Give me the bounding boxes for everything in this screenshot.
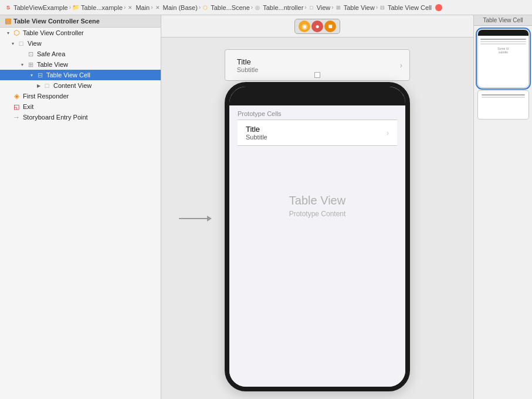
minimap-cell-preview[interactable]	[477, 90, 529, 120]
breadcrumb-label-2: Table...xample	[81, 4, 123, 11]
close-button[interactable]	[435, 4, 442, 11]
sidebar-item-view[interactable]: ▾ □ View	[0, 38, 161, 49]
view-gray-icon: □	[16, 39, 26, 47]
sidebar-label-content-view: Content View	[53, 82, 161, 89]
exit-icon: ◱	[12, 103, 21, 111]
minimap-topbar	[478, 30, 528, 36]
table-view-placeholder: Table View Prototype Content	[229, 147, 405, 218]
breadcrumb-sep: ›	[69, 4, 71, 11]
tableview-gray-icon: ⊞	[26, 60, 35, 69]
sidebar-label-storyboard-entry: Storyboard Entry Point	[23, 114, 161, 121]
sidebar-item-table-view-controller[interactable]: ▾ ⬡ Table View Controller	[0, 28, 161, 38]
cell-gray-icon: ⊟	[35, 71, 45, 79]
cell-preview-inner: Title Subtitle	[235, 57, 401, 73]
tableview-icon-bc: ⊞	[335, 4, 342, 11]
phone-notch	[282, 89, 353, 105]
breadcrumb-label-5: Table...Scene	[211, 4, 250, 11]
sidebar-item-content-view[interactable]: ▶ □ Content View	[0, 80, 161, 91]
breadcrumb-sep-6: ›	[304, 4, 306, 11]
xmark-icon-1: ✕	[127, 4, 134, 11]
disclosure-icon: ▾	[19, 62, 26, 67]
sidebar-label-view: View	[28, 40, 161, 47]
sidebar-item-table-view[interactable]: ▾ ⊞ Table View	[0, 59, 161, 70]
table-view-label: Table View	[229, 194, 405, 207]
minimap-cell-line-2	[482, 97, 525, 98]
canvas-toolbar: ◉ ● ■	[161, 15, 473, 37]
breadcrumb-sep-4: ›	[199, 4, 201, 11]
breadcrumb-sep-8: ›	[376, 4, 378, 11]
breadcrumb-label-8: Table View	[344, 4, 375, 11]
breadcrumb-item-1[interactable]: S TableViewExample	[5, 4, 68, 11]
breadcrumb-item-7[interactable]: □ View	[308, 4, 331, 11]
breadcrumb-sep-5: ›	[251, 4, 253, 11]
canvas-area: ◉ ● ■ Title Subtitle ›	[161, 15, 473, 399]
sidebar-section-header: ▤ Table View Controller Scene	[0, 15, 161, 28]
cell-resize-handle[interactable]	[314, 72, 320, 78]
minimap-phone[interactable]: Some UIsubtitle	[477, 29, 529, 88]
xmark-icon-2: ✕	[154, 4, 161, 11]
minimap-notch	[492, 31, 515, 36]
table-view-sublabel: Prototype Content	[229, 210, 405, 218]
breadcrumb-item-6[interactable]: ◎ Table...ntroller	[254, 4, 303, 11]
sidebar-section-title: Table View Controller Scene	[13, 18, 100, 25]
table-cell-text: Title Subtitle	[246, 125, 267, 141]
entry-point-arrow	[179, 218, 208, 219]
disclosure-icon: ▾	[5, 30, 12, 36]
sidebar: ▤ Table View Controller Scene ▾ ⬡ Table …	[0, 15, 161, 399]
sidebar-item-safe-area[interactable]: ⊡ Safe Area	[0, 49, 161, 59]
breadcrumb-sep-7: ›	[331, 4, 333, 11]
inspector-tab[interactable]: Table View Cell	[474, 15, 532, 26]
cell-preview-title: Title	[237, 57, 251, 66]
scene-icon: ◎	[254, 4, 261, 11]
sidebar-item-table-view-cell[interactable]: ▾ ⊟ Table View Cell	[0, 70, 161, 80]
breadcrumb-item-8[interactable]: ⊞ Table View	[335, 4, 375, 11]
breadcrumb-item-3[interactable]: ✕ Main	[127, 4, 150, 11]
breadcrumb-item-4[interactable]: ✕ Main (Base)	[154, 4, 198, 11]
phone-container: Title Subtitle › Prototype Cells	[225, 49, 410, 391]
toolbar-circle-orange[interactable]: ◉	[299, 21, 310, 32]
breadcrumb-label-1: TableViewExample	[13, 4, 68, 11]
folder-icon: 📁	[72, 4, 79, 11]
view-icon-bc: □	[308, 4, 315, 11]
cell-preview-chevron: ›	[400, 61, 402, 70]
breadcrumb-item-9[interactable]: ⊟ Table View Cell	[379, 4, 432, 11]
breadcrumb-label-6: Table...ntroller	[263, 4, 303, 11]
sidebar-item-exit[interactable]: ◱ Exit	[0, 101, 161, 112]
right-panel: Table View Cell Some UIsubtitle	[473, 15, 532, 399]
breadcrumb-label-9: Table View Cell	[388, 4, 432, 11]
breadcrumb-sep-3: ›	[151, 4, 153, 11]
toolbar-circle-orange2[interactable]: ■	[324, 21, 336, 32]
sidebar-label-safe-area: Safe Area	[37, 50, 161, 57]
breadcrumb-label-7: View	[317, 4, 331, 11]
breadcrumb-label-4: Main (Base)	[163, 4, 198, 11]
table-cell-row[interactable]: Title Subtitle ›	[238, 120, 397, 146]
swift-icon: S	[5, 4, 12, 11]
cell-icon-bc: ⊟	[379, 4, 386, 11]
canvas-content: Title Subtitle › Prototype Cells	[161, 37, 473, 399]
sidebar-item-storyboard-entry[interactable]: → Storyboard Entry Point	[0, 112, 161, 122]
storyboard-icon: ⬡	[202, 4, 209, 11]
main-layout: ▤ Table View Controller Scene ▾ ⬡ Table …	[0, 15, 532, 399]
phone-top-bar	[229, 87, 405, 105]
prototype-cells-label: Prototype Cells	[238, 110, 397, 117]
sidebar-label-exit: Exit	[23, 103, 161, 110]
minimap-cell-content	[478, 91, 528, 101]
breadcrumb-bar: S TableViewExample › 📁 Table...xample › …	[0, 0, 532, 15]
sidebar-item-first-responder[interactable]: ◈ First Responder	[0, 91, 161, 101]
table-cell-chevron: ›	[387, 129, 389, 137]
minimap-line-3	[480, 43, 526, 45]
phone-screen: Prototype Cells Title Subtitle › Table V…	[229, 105, 405, 387]
breadcrumb-item-2[interactable]: 📁 Table...xample	[72, 4, 123, 11]
content-view-icon: □	[42, 81, 52, 90]
arrow-line	[179, 218, 208, 219]
inspector-tab-label: Table View Cell	[483, 17, 523, 23]
prototype-section: Prototype Cells Title Subtitle ›	[229, 105, 405, 147]
minimap-line-1	[480, 39, 526, 40]
toolbar-circle-red[interactable]: ●	[311, 21, 323, 32]
disclosure-icon: ▶	[35, 83, 42, 88]
breadcrumb-item-5[interactable]: ⬡ Table...Scene	[202, 4, 250, 11]
phone-mockup: Prototype Cells Title Subtitle › Table V…	[225, 82, 410, 391]
table-cell-subtitle: Subtitle	[246, 134, 267, 141]
cell-preview-subtitle: Subtitle	[237, 66, 259, 73]
disclosure-icon: ▾	[9, 41, 16, 46]
